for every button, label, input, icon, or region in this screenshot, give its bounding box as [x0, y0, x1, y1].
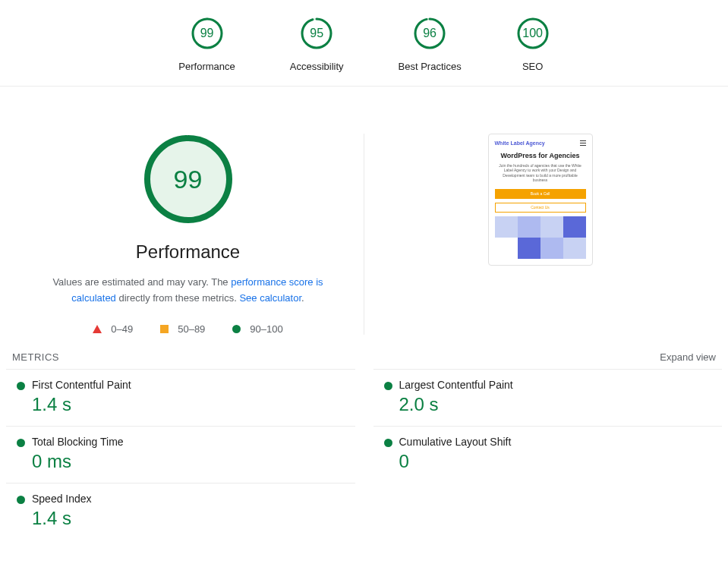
circle-icon — [232, 325, 241, 333]
legend-pass-range: 90–100 — [250, 323, 282, 335]
score-seo: 100 — [516, 17, 550, 50]
status-dot-icon — [17, 496, 25, 504]
legend-fail-range: 0–49 — [111, 323, 133, 335]
triangle-icon — [93, 325, 102, 333]
detail-section: 99 Performance Values are estimated and … — [0, 87, 728, 335]
desc-text-1: Values are estimated and may vary. The — [52, 276, 231, 288]
metric-cls-label: Cumulative Layout Shift — [399, 436, 715, 448]
status-dot-icon — [384, 382, 392, 390]
gauge-main: 99 — [143, 134, 234, 225]
link-see-calculator[interactable]: See calculator — [239, 292, 301, 304]
status-dot-icon — [17, 439, 25, 447]
score-accessibility: 95 — [300, 17, 333, 50]
thumb-subtitle: Join the hundreds of agencies that use t… — [495, 163, 586, 183]
summary-row: 99 Performance 95 Accessibility 96 Best … — [0, 0, 728, 87]
thumb-artwork — [495, 216, 586, 259]
gauge-accessibility: 95 — [300, 17, 333, 50]
metric-lcp[interactable]: Largest Contentful Paint 2.0 s — [373, 369, 723, 426]
thumb-title: WordPress for Agencies — [495, 152, 586, 160]
metric-si-value: 1.4 s — [32, 508, 348, 529]
label-best-practices: Best Practices — [399, 61, 462, 72]
score-main: 99 — [143, 134, 234, 225]
thumb-logo: White Label Agency — [495, 140, 545, 146]
thumb-btn-contact: Contact Us — [495, 203, 586, 213]
label-performance: Performance — [178, 61, 235, 72]
legend-avg: 50–89 — [160, 323, 205, 335]
thumb-header: White Label Agency — [495, 140, 586, 146]
metrics-title: METRICS — [12, 351, 59, 363]
main-description: Values are estimated and may vary. The p… — [36, 275, 340, 307]
status-dot-icon — [17, 382, 25, 390]
square-icon — [160, 325, 169, 333]
metric-si[interactable]: Speed Index 1.4 s — [6, 483, 355, 540]
detail-right: White Label Agency WordPress for Agencie… — [364, 134, 716, 335]
status-dot-icon — [384, 439, 392, 447]
metric-si-label: Speed Index — [32, 493, 348, 505]
metric-tbt[interactable]: Total Blocking Time 0 ms — [6, 426, 355, 483]
label-accessibility: Accessibility — [290, 61, 344, 72]
metrics-header: METRICS Expand view — [0, 335, 728, 369]
main-title: Performance — [136, 241, 240, 263]
desc-text-3: . — [301, 292, 304, 304]
metric-tbt-value: 0 ms — [32, 451, 348, 472]
legend-avg-range: 50–89 — [178, 323, 205, 335]
legend-pass: 90–100 — [232, 323, 282, 335]
summary-best-practices[interactable]: 96 Best Practices — [399, 17, 462, 72]
metric-cls[interactable]: Cumulative Layout Shift 0 — [373, 426, 723, 483]
page-thumbnail: White Label Agency WordPress for Agencie… — [488, 134, 593, 266]
score-legend: 0–49 50–89 90–100 — [93, 323, 282, 335]
thumb-btn-book: Book a Call — [495, 189, 586, 199]
metric-cls-value: 0 — [399, 451, 715, 472]
metric-lcp-label: Largest Contentful Paint — [399, 379, 715, 391]
hamburger-icon — [580, 140, 586, 146]
summary-seo[interactable]: 100 SEO — [516, 17, 550, 72]
score-best-practices: 96 — [413, 17, 446, 50]
legend-fail: 0–49 — [93, 323, 133, 335]
metrics-grid: First Contentful Paint 1.4 s Largest Con… — [0, 369, 728, 540]
gauge-seo: 100 — [516, 17, 550, 50]
summary-performance[interactable]: 99 Performance — [178, 17, 235, 72]
score-performance: 99 — [191, 17, 224, 50]
detail-left: 99 Performance Values are estimated and … — [12, 134, 364, 335]
gauge-best-practices: 96 — [413, 17, 446, 50]
metric-tbt-label: Total Blocking Time — [32, 436, 348, 448]
metric-fcp-label: First Contentful Paint — [32, 379, 348, 391]
metric-fcp-value: 1.4 s — [32, 394, 348, 415]
expand-view-button[interactable]: Expand view — [660, 351, 716, 363]
gauge-performance: 99 — [191, 17, 224, 50]
metric-lcp-value: 2.0 s — [399, 394, 715, 415]
desc-text-2: directly from these metrics. — [116, 292, 240, 304]
metric-fcp[interactable]: First Contentful Paint 1.4 s — [6, 369, 355, 426]
label-seo: SEO — [522, 61, 543, 72]
summary-accessibility[interactable]: 95 Accessibility — [290, 17, 344, 72]
